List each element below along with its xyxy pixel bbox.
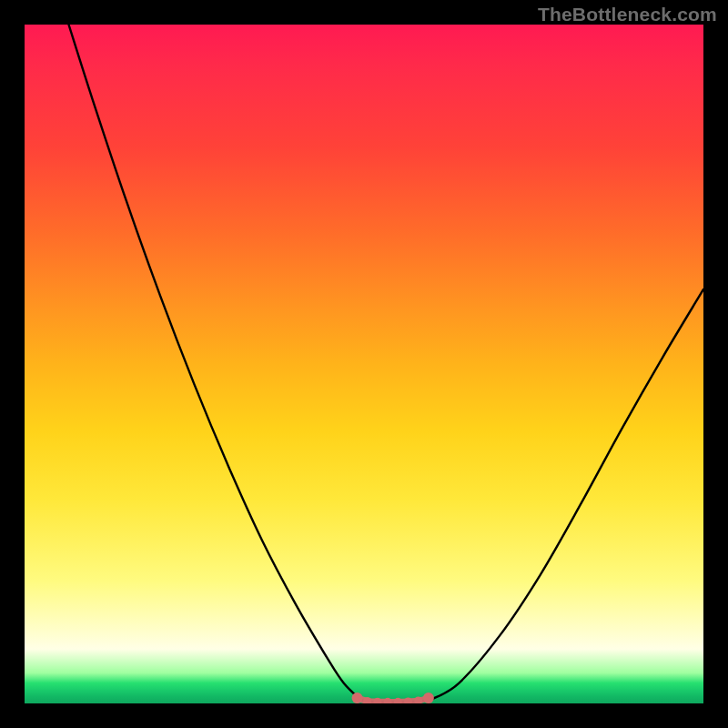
bottleneck-curve: [68, 25, 703, 703]
floor-marker-dot: [352, 693, 363, 703]
floor-marker-dot: [423, 693, 434, 703]
curve-layer: [25, 25, 703, 703]
floor-marker-dot: [384, 698, 392, 703]
watermark-text: TheBottleneck.com: [538, 4, 717, 25]
plot-area: [25, 25, 703, 703]
chart-frame: TheBottleneck.com: [0, 0, 728, 728]
